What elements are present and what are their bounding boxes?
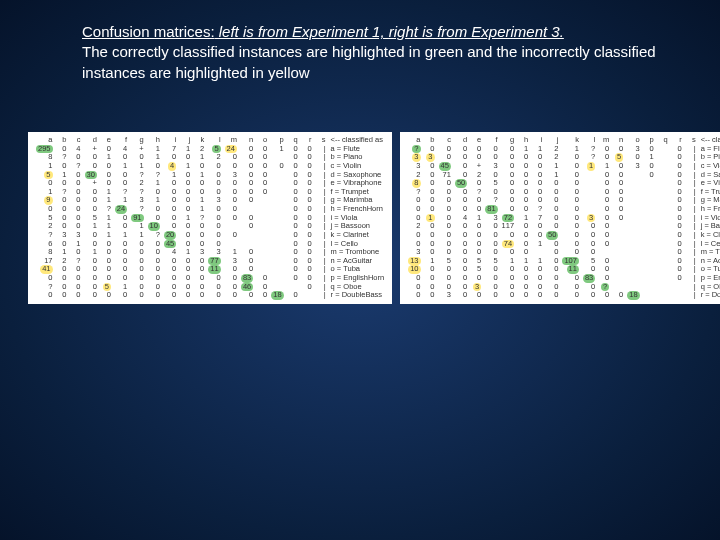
caption-rest: left is from Experiment 1, right is from… [215,23,564,40]
caption-line2: The correctly classified instances are h… [82,43,656,80]
caption-bold: Confusion matrices: [82,23,215,40]
matrix-experiment-1: abcdefghijklmnopqrs<-- classified as2950… [28,132,392,304]
slide-caption: Confusion matrices: left is from Experim… [82,22,660,83]
matrix-experiment-3: abcdefghijklmnopqrs<-- classified as?000… [400,132,720,304]
confusion-matrices: abcdefghijklmnopqrs<-- classified as2950… [28,132,720,304]
